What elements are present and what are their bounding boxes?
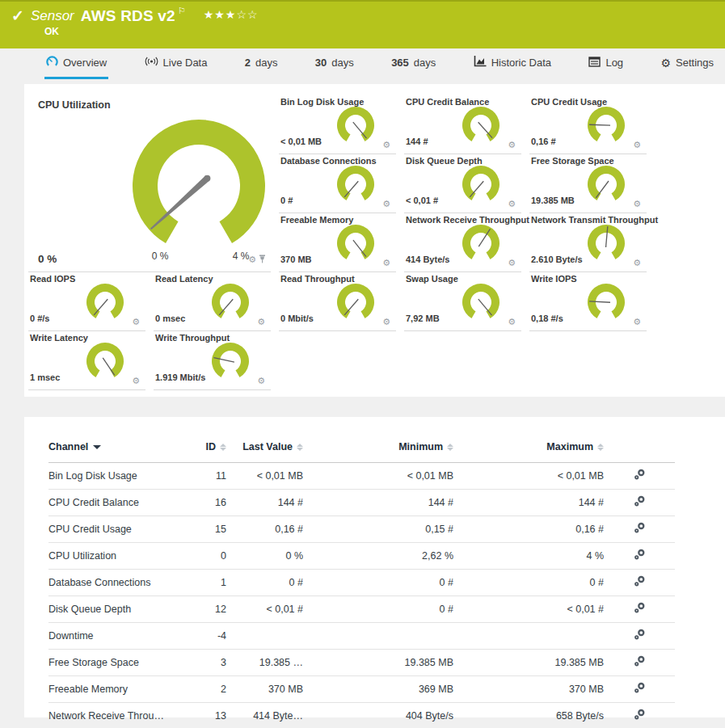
- gauge-cell-write-latency: Write Latency 1 msec ⚙: [28, 331, 145, 390]
- gauge-cell-bin-log-disk-usage: Bin Log Disk Usage < 0,01 MB ⚙: [279, 95, 396, 154]
- cell-minimum: 0,15 #: [303, 516, 453, 543]
- pin-icon[interactable]: [259, 252, 266, 267]
- main-gauge-title: CPU Utilization: [38, 99, 111, 111]
- sensor-header: ✓ Sensor AWS RDS v2 ⚐ ★★★☆☆ OK: [0, 0, 725, 48]
- gauge: [458, 222, 504, 267]
- gauge-value: 19.385 MB: [531, 196, 575, 205]
- column-header-maximum[interactable]: Maximum: [453, 438, 604, 463]
- cell-last-value: < 0,01 MB: [226, 463, 303, 490]
- table-row[interactable]: Freeable Memory 2 370 MB 369 MB 370 MB: [48, 676, 675, 703]
- gear-icon[interactable]: ⚙: [248, 255, 256, 264]
- gauge: [584, 222, 629, 267]
- cell-last-value: 0 %: [226, 543, 303, 570]
- column-header-minimum[interactable]: Minimum: [303, 438, 453, 463]
- gauge-scale-min: 0 %: [136, 250, 184, 262]
- channel-settings-icon[interactable]: [634, 602, 646, 616]
- cell-channel: Database Connections: [48, 570, 182, 596]
- channel-settings-icon[interactable]: [634, 495, 646, 510]
- table-row[interactable]: CPU Credit Balance 16 144 # 144 # 144 #: [48, 490, 675, 516]
- cell-settings: [604, 516, 675, 543]
- tab-live-data[interactable]: Live Data: [143, 48, 209, 79]
- gauge: [208, 281, 253, 326]
- historic-chart-icon: [474, 56, 487, 69]
- channel-settings-icon[interactable]: [634, 655, 646, 670]
- cell-last-value: 0 #: [226, 570, 303, 596]
- tab-overview[interactable]: Overview: [44, 48, 108, 79]
- tab-log[interactable]: Log: [587, 48, 625, 79]
- sensor-title: AWS RDS v2: [81, 7, 175, 25]
- gear-icon[interactable]: ⚙: [132, 318, 140, 326]
- table-row[interactable]: Database Connections 1 0 # 0 # 0 #: [48, 570, 675, 596]
- table-row[interactable]: Free Storage Space 3 19.385 … 19.385 MB …: [48, 650, 675, 676]
- sort-toggle-icon: [297, 444, 303, 451]
- tab-30-days[interactable]: 30 days: [314, 48, 356, 79]
- tab-historic-data[interactable]: Historic Data: [472, 48, 553, 79]
- gear-icon[interactable]: ⚙: [633, 141, 641, 149]
- tab-2-days[interactable]: 2 days: [243, 48, 280, 79]
- cell-minimum: 0 #: [303, 570, 453, 596]
- cell-maximum: 0,16 #: [453, 516, 604, 543]
- cell-channel: CPU Credit Usage: [48, 516, 182, 543]
- gear-icon[interactable]: ⚙: [508, 318, 516, 326]
- gauge-cell-network-transmit-throughput: Network Transmit Throughput 2.610 Byte/s…: [529, 213, 647, 272]
- gauge-cell-freeable-memory: Freeable Memory 370 MB ⚙: [279, 213, 396, 272]
- priority-stars[interactable]: ★★★☆☆: [204, 8, 259, 21]
- channel-settings-icon[interactable]: [634, 682, 646, 696]
- cell-channel: CPU Utilization: [48, 543, 182, 570]
- cell-settings: [604, 596, 675, 623]
- gauge-cell-free-storage-space: Free Storage Space 19.385 MB ⚙: [529, 154, 647, 213]
- gauge: [458, 163, 504, 208]
- column-header-id[interactable]: ID: [182, 438, 226, 463]
- sort-toggle-icon: [447, 444, 453, 451]
- cell-id: 11: [182, 463, 226, 490]
- gear-icon[interactable]: ⚙: [633, 318, 641, 326]
- table-row[interactable]: Disk Queue Depth 12 < 0,01 # 0 # < 0,01 …: [48, 596, 675, 623]
- gear-icon[interactable]: ⚙: [508, 141, 516, 149]
- cell-channel: Freeable Memory: [48, 676, 182, 703]
- gear-icon[interactable]: ⚙: [382, 318, 390, 326]
- gear-icon[interactable]: ⚙: [508, 200, 516, 208]
- channel-settings-icon[interactable]: [634, 522, 646, 537]
- gear-icon[interactable]: ⚙: [633, 200, 641, 208]
- table-row[interactable]: CPU Utilization 0 0 % 2,62 % 4 %: [48, 543, 675, 570]
- column-header-last-value[interactable]: Last Value: [226, 438, 303, 463]
- channel-settings-icon[interactable]: [634, 469, 646, 483]
- column-header-channel[interactable]: Channel: [48, 438, 182, 463]
- cell-settings: [604, 650, 675, 676]
- gear-icon[interactable]: ⚙: [633, 259, 641, 267]
- status-ok-check-icon: ✓: [11, 6, 24, 25]
- table-row[interactable]: Bin Log Disk Usage 11 < 0,01 MB < 0,01 M…: [48, 463, 675, 490]
- cell-id: 3: [182, 650, 226, 676]
- gauge-cell-network-receive-throughput: Network Receive Throughput 414 Byte/s ⚙: [404, 213, 521, 272]
- gear-icon[interactable]: ⚙: [508, 259, 516, 267]
- gear-icon[interactable]: ⚙: [132, 377, 140, 385]
- gear-icon[interactable]: ⚙: [382, 259, 390, 267]
- cell-settings: [604, 543, 675, 570]
- gauge-cell-disk-queue-depth: Disk Queue Depth < 0,01 # ⚙: [404, 154, 521, 213]
- table-row[interactable]: Network Receive Throu… 13 414 Byte… 404 …: [48, 703, 675, 728]
- gear-icon[interactable]: ⚙: [257, 377, 265, 385]
- flag-icon[interactable]: ⚐: [178, 6, 186, 16]
- cell-maximum: [453, 623, 604, 650]
- tab-settings[interactable]: ⚙ Settings: [659, 48, 715, 79]
- gauge-title: Write IOPS: [531, 274, 577, 284]
- gear-icon[interactable]: ⚙: [382, 200, 390, 208]
- channel-settings-icon[interactable]: [634, 709, 646, 723]
- cell-minimum: [303, 623, 453, 650]
- gear-icon[interactable]: ⚙: [382, 141, 390, 149]
- table-row[interactable]: Downtime -4: [48, 623, 675, 650]
- gauge: [82, 340, 128, 385]
- tab-365-days[interactable]: 365 days: [390, 48, 437, 79]
- cell-minimum: 369 MB: [303, 676, 453, 703]
- gear-icon[interactable]: ⚙: [257, 318, 265, 326]
- gauge-title: Read Latency: [155, 274, 213, 284]
- channel-settings-icon[interactable]: [634, 629, 646, 643]
- gauge-cell-read-latency: Read Latency 0 msec ⚙: [154, 272, 271, 331]
- table-row[interactable]: CPU Credit Usage 15 0,16 # 0,15 # 0,16 #: [48, 516, 675, 543]
- channel-settings-icon[interactable]: [634, 549, 646, 563]
- gauge-value: 0,18 #/s: [531, 314, 563, 323]
- gauge-value: < 0,01 #: [406, 196, 438, 205]
- cell-minimum: < 0,01 MB: [303, 463, 453, 490]
- cell-maximum: 144 #: [453, 490, 604, 516]
- channel-settings-icon[interactable]: [634, 575, 646, 590]
